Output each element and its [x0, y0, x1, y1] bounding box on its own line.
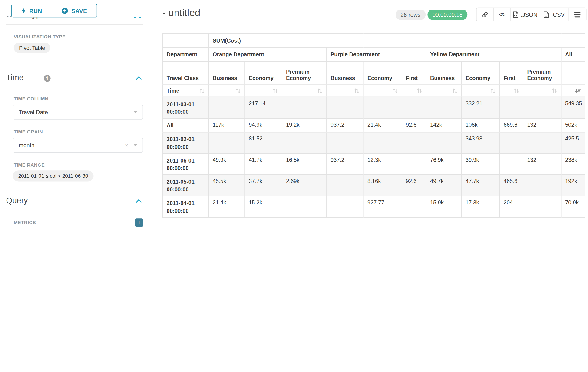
sort-icon[interactable]: [514, 88, 519, 93]
pivot-value-cell: 45.5k: [209, 175, 245, 196]
pivot-value-cell: 76.9k: [426, 153, 462, 175]
time-column-value: Travel Date: [19, 109, 48, 115]
time-grain-select[interactable]: month ×: [13, 138, 143, 152]
chevron-up-icon[interactable]: [136, 76, 142, 80]
save-button-label: SAVE: [71, 7, 87, 14]
toolbar: </> .JSON .CSV: [476, 8, 587, 21]
pivot-value-cell: 117k: [209, 118, 245, 132]
sort-icon[interactable]: [235, 88, 241, 93]
sort-icon[interactable]: [354, 88, 359, 93]
export-json-button[interactable]: .JSON: [510, 8, 540, 21]
query-timer-badge: 00:00:00.18: [427, 10, 467, 20]
viz-type-pill[interactable]: Pivot Table: [14, 43, 50, 53]
sort-icon[interactable]: [452, 88, 458, 93]
pivot-value-cell: 106k: [462, 118, 500, 132]
pivot-value-cell: [209, 97, 245, 118]
sort-icon[interactable]: [393, 88, 398, 93]
divider: [6, 210, 143, 210]
pivot-class-header: Premium Economy: [523, 61, 561, 85]
pivot-class-header: First: [500, 61, 523, 85]
run-button-label: RUN: [29, 7, 42, 14]
time-range-pill[interactable]: 2011-01-01 ≤ col < 2011-06-30: [13, 170, 94, 181]
collapse-icon[interactable]: [139, 17, 141, 18]
lightning-icon: [21, 7, 26, 14]
pivot-data-row: 2011-05-01 00:00:0045.5k37.7k2.69k8.16k9…: [163, 175, 585, 196]
pivot-value-cell: 16.5k: [282, 153, 326, 175]
control-panel: Chart Type RUN SAVE VISUALIZATION TYPE P…: [0, 0, 151, 227]
pivot-sort-cell[interactable]: [561, 85, 585, 97]
pivot-row-label: 2011-04-01 00:00:00: [163, 196, 209, 217]
chevron-down-icon: [133, 144, 137, 146]
run-button[interactable]: RUN: [12, 4, 52, 17]
pivot-value-cell: 94.9k: [245, 118, 282, 132]
divider: [6, 87, 143, 87]
divider: [6, 24, 143, 25]
pivot-value-cell: 937.2: [326, 153, 364, 175]
csv-file-icon: [544, 11, 549, 18]
pivot-value-cell: 39.9k: [462, 153, 500, 175]
pivot-sort-cell[interactable]: [523, 85, 561, 97]
link-icon: [482, 11, 488, 18]
pivot-row-label: 2011-03-01 00:00:00: [163, 97, 209, 118]
pivot-value-cell: [282, 97, 326, 118]
pivot-value-cell: 21.4k: [364, 118, 402, 132]
time-column-label: TIME COLUMN: [14, 96, 49, 102]
sort-icon[interactable]: [273, 88, 278, 93]
pivot-value-cell: [364, 97, 402, 118]
pivot-data-row: 2011-03-01 00:00:00217.14332.21549.35: [163, 97, 585, 118]
save-button[interactable]: SAVE: [52, 4, 97, 17]
pivot-value-cell: 15.2k: [245, 196, 282, 217]
sort-icon[interactable]: [317, 88, 323, 93]
pivot-sort-cell[interactable]: [326, 85, 364, 97]
info-icon[interactable]: i: [44, 75, 51, 82]
pivot-sort-cell[interactable]: [402, 85, 426, 97]
menu-button[interactable]: [568, 8, 586, 21]
pivot-sort-cell[interactable]: [245, 85, 282, 97]
pivot-value-cell: [326, 97, 364, 118]
superset-explore-view: Chart Type RUN SAVE VISUALIZATION TYPE P…: [0, 0, 588, 227]
sort-descending-icon[interactable]: [575, 88, 581, 93]
pivot-value-cell: 21.4k: [209, 196, 245, 217]
clear-icon[interactable]: ×: [125, 142, 128, 148]
pivot-sort-cell[interactable]: [209, 85, 245, 97]
pivot-sort-cell[interactable]: [282, 85, 326, 97]
share-link-button[interactable]: [477, 8, 494, 21]
pivot-sort-cell[interactable]: [426, 85, 462, 97]
pivot-value-cell: 549.35: [561, 97, 585, 118]
pivot-value-cell: 332.21: [462, 97, 500, 118]
time-column-select[interactable]: Travel Date: [13, 105, 143, 119]
pivot-value-cell: 81.52: [245, 132, 282, 153]
pivot-class-header: Economy: [245, 61, 282, 85]
pivot-class-header: Economy: [364, 61, 402, 85]
sort-icon[interactable]: [490, 88, 495, 93]
pivot-class-header: Premium Economy: [282, 61, 326, 85]
pivot-value-cell: [523, 132, 561, 153]
collapse-icon[interactable]: [134, 17, 136, 18]
pivot-dimension-header: Department: [163, 48, 209, 61]
code-icon: </>: [499, 12, 505, 17]
pivot-value-cell: [426, 97, 462, 118]
view-query-button[interactable]: </>: [494, 8, 511, 21]
run-save-button-group: RUN SAVE: [11, 4, 97, 17]
chart-panel: - untitled 26 rows 00:00:00.18 </> .JSON: [151, 0, 588, 227]
sort-icon[interactable]: [552, 88, 557, 93]
pivot-sort-cell[interactable]: [364, 85, 402, 97]
pivot-group-header: All: [561, 48, 585, 61]
csv-label: .CSV: [551, 11, 565, 18]
metrics-label: METRICS: [14, 220, 36, 225]
pivot-value-cell: [326, 196, 364, 217]
sort-icon[interactable]: [200, 88, 205, 93]
pivot-sort-row-label[interactable]: Time: [163, 85, 209, 97]
json-file-icon: [513, 11, 518, 18]
chart-title[interactable]: - untitled: [162, 7, 200, 19]
sort-icon[interactable]: [417, 88, 422, 93]
add-metric-button[interactable]: +: [135, 218, 143, 227]
pivot-class-header: [561, 61, 585, 85]
chevron-up-icon[interactable]: [136, 199, 142, 203]
export-csv-button[interactable]: .CSV: [540, 8, 568, 21]
hamburger-icon: [574, 12, 580, 17]
pivot-sort-cell[interactable]: [462, 85, 500, 97]
pivot-value-cell: 70.9k: [561, 196, 585, 217]
pivot-sort-cell[interactable]: [500, 85, 523, 97]
pivot-metric-header: SUM(Cost): [209, 34, 585, 48]
